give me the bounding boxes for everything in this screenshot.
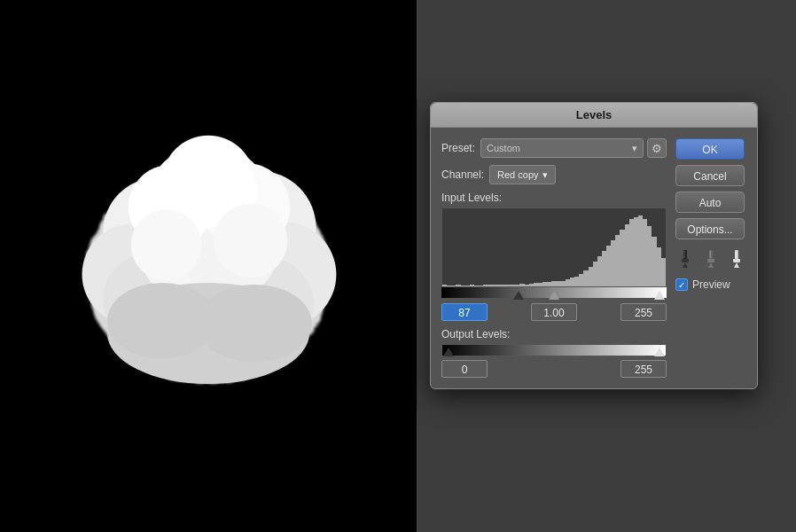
output-white-value[interactable]: 255 <box>620 360 667 378</box>
preview-label: Preview <box>692 278 730 291</box>
cancel-button[interactable]: Cancel <box>675 165 745 186</box>
eyedrop-black-button[interactable] <box>675 248 696 270</box>
input-slider-track[interactable] <box>441 287 667 300</box>
cloud-image <box>40 98 377 434</box>
dialog-controls: Preset: Custom ▾ ⚙ Channel: Red copy ▾ <box>441 138 667 378</box>
preset-dropdown[interactable]: Custom ▾ <box>480 138 644 158</box>
input-mid-value[interactable]: 1.00 <box>531 303 577 321</box>
svg-rect-31 <box>710 251 712 258</box>
output-values-row: 0 255 <box>441 360 667 378</box>
eyedrop-white-button[interactable] <box>726 248 746 270</box>
channel-dropdown[interactable]: Red copy ▾ <box>489 165 555 184</box>
output-slider-track[interactable] <box>441 344 667 356</box>
dialog-title: Levels <box>576 108 612 121</box>
preset-label: Preset: <box>441 142 475 154</box>
eyedropper-tools <box>675 248 746 270</box>
preset-value: Custom <box>487 143 520 153</box>
input-white-slider[interactable] <box>654 291 665 300</box>
svg-rect-29 <box>707 259 714 262</box>
input-mid-slider[interactable] <box>549 291 559 300</box>
input-values-row: 87 1.00 255 <box>441 303 667 321</box>
svg-point-20 <box>214 204 288 278</box>
background-panel: Levels Preset: Custom ▾ ⚙ <box>417 0 796 532</box>
chevron-down-icon: ▾ <box>632 143 637 154</box>
dialog-titlebar: Levels <box>431 103 757 128</box>
input-white-value[interactable]: 255 <box>620 303 667 321</box>
output-white-slider[interactable] <box>654 348 665 356</box>
svg-point-19 <box>131 209 202 280</box>
output-black-value[interactable]: 0 <box>441 360 488 378</box>
canvas-area <box>0 0 417 532</box>
channel-chevron-icon: ▾ <box>542 169 548 181</box>
output-black-slider[interactable] <box>443 348 454 356</box>
preview-checkbox[interactable]: ✓ <box>675 278 688 291</box>
input-levels-label: Input Levels: <box>441 192 667 204</box>
options-button[interactable]: Options... <box>675 218 745 239</box>
channel-label: Channel: <box>441 168 484 181</box>
preview-row: ✓ Preview <box>675 278 746 291</box>
gear-button[interactable]: ⚙ <box>647 138 667 158</box>
svg-point-18 <box>173 142 244 213</box>
channel-row: Channel: Red copy ▾ <box>441 165 667 184</box>
dialog-buttons: OK Cancel Auto Options... <box>675 138 746 378</box>
svg-point-23 <box>198 285 312 362</box>
preset-row: Preset: Custom ▾ ⚙ <box>441 138 667 158</box>
auto-button[interactable]: Auto <box>675 192 745 213</box>
histogram <box>441 207 667 287</box>
svg-rect-35 <box>735 251 737 258</box>
eyedrop-gray-button[interactable] <box>701 248 722 270</box>
svg-marker-26 <box>683 262 688 268</box>
gear-icon: ⚙ <box>652 142 662 155</box>
svg-rect-27 <box>684 251 686 258</box>
svg-rect-33 <box>733 259 740 262</box>
input-black-value[interactable]: 87 <box>441 303 488 321</box>
svg-marker-30 <box>708 262 714 268</box>
levels-dialog: Levels Preset: Custom ▾ ⚙ <box>430 102 758 389</box>
input-black-slider[interactable] <box>513 291 524 300</box>
svg-rect-25 <box>682 259 689 262</box>
channel-value: Red copy <box>497 169 538 180</box>
svg-marker-34 <box>734 262 739 268</box>
output-levels-label: Output Levels: <box>441 328 667 340</box>
ok-button[interactable]: OK <box>675 138 745 160</box>
